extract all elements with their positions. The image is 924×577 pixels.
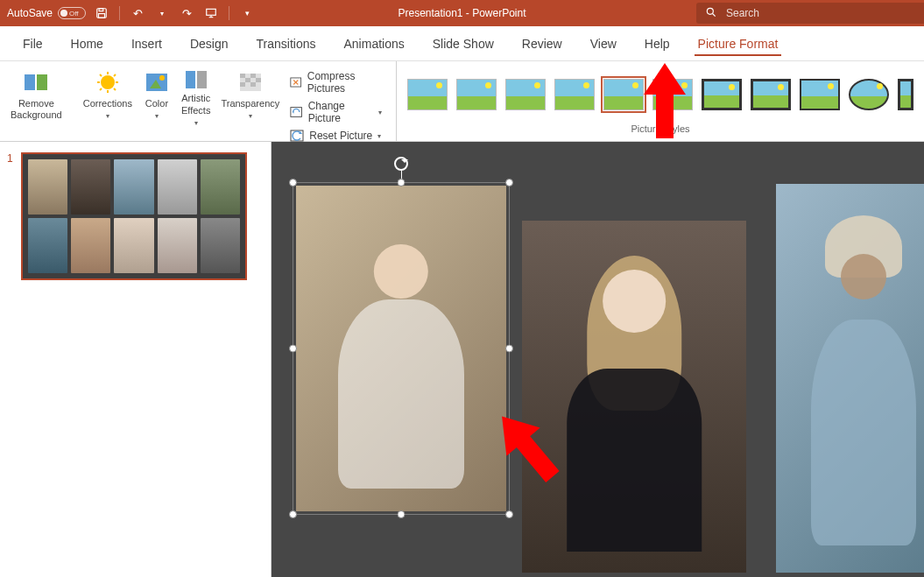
transparency-button[interactable]: Transparency▾ (217, 65, 283, 130)
autosave-toggle[interactable]: AutoSave Off (7, 7, 86, 19)
picture-1-selected[interactable] (296, 186, 506, 511)
color-icon (143, 68, 171, 96)
undo-icon[interactable]: ↶ (129, 4, 146, 22)
svg-rect-8 (25, 74, 35, 90)
svg-rect-25 (240, 74, 245, 78)
svg-point-10 (101, 75, 115, 89)
svg-line-17 (100, 88, 102, 90)
svg-rect-23 (197, 71, 207, 88)
tab-insert[interactable]: Insert (117, 26, 176, 61)
qat-customize-icon[interactable]: ▾ (238, 4, 256, 22)
picture-style-1[interactable] (407, 79, 448, 110)
undo-more-icon[interactable]: ▾ (153, 4, 171, 22)
tab-animations[interactable]: Animations (329, 26, 418, 61)
slide-number: 1 (7, 152, 16, 280)
corrections-button[interactable]: Corrections▾ (80, 65, 136, 130)
svg-rect-1 (99, 9, 103, 11)
remove-background-icon (22, 68, 50, 96)
save-icon[interactable] (93, 4, 110, 22)
picture-3[interactable] (776, 184, 924, 573)
search-box[interactable] (696, 3, 924, 24)
picture-style-3[interactable] (505, 79, 546, 110)
window-title: Presentation1 - PowerPoint (398, 7, 525, 19)
compress-icon (290, 76, 301, 88)
picture-styles-group-label: Picture Styles (407, 122, 913, 136)
slide-1-thumbnail[interactable] (21, 152, 247, 280)
tab-slide-show[interactable]: Slide Show (419, 26, 508, 61)
svg-rect-2 (99, 14, 105, 18)
picture-style-9[interactable] (800, 79, 840, 110)
svg-point-6 (707, 8, 713, 14)
picture-style-10[interactable] (849, 79, 889, 110)
search-icon (705, 6, 717, 21)
tab-file[interactable]: File (9, 26, 57, 61)
picture-style-6[interactable] (652, 79, 693, 110)
ribbon-tabs: File Home Insert Design Transitions Anim… (0, 26, 924, 61)
picture-style-2[interactable] (456, 79, 497, 110)
search-input[interactable] (726, 7, 915, 19)
rotate-handle[interactable] (394, 157, 408, 171)
svg-rect-28 (256, 78, 261, 82)
tab-picture-format[interactable]: Picture Format (684, 26, 793, 61)
title-bar: AutoSave Off ↶ ▾ ↷ ▾ Presentation1 - Pow… (0, 0, 924, 26)
transparency-icon (236, 68, 265, 96)
svg-rect-3 (207, 9, 216, 15)
tab-design[interactable]: Design (176, 26, 243, 61)
svg-rect-26 (250, 74, 256, 78)
svg-point-21 (159, 75, 165, 81)
tab-view[interactable]: View (576, 26, 631, 61)
tab-transitions[interactable]: Transitions (243, 26, 330, 61)
corrections-icon (94, 68, 122, 96)
resize-handle-bm[interactable] (398, 510, 406, 518)
picture-style-4[interactable] (554, 79, 595, 110)
ribbon: Remove Background Corrections▾ Color▾ (0, 61, 924, 142)
artistic-effects-button[interactable]: Artistic Effects▾ (178, 65, 214, 130)
main-area: 1 (0, 142, 924, 577)
tab-help[interactable]: Help (631, 26, 684, 61)
picture-style-8[interactable] (751, 79, 791, 110)
color-button[interactable]: Color▾ (139, 65, 174, 130)
svg-rect-27 (245, 78, 250, 82)
present-icon[interactable] (202, 4, 220, 22)
svg-rect-30 (250, 82, 256, 87)
svg-line-18 (114, 74, 116, 76)
svg-rect-9 (37, 74, 47, 90)
compress-pictures-button[interactable]: Compress Pictures (286, 68, 385, 96)
svg-line-16 (114, 88, 116, 90)
picture-styles-gallery[interactable] (407, 67, 913, 122)
resize-handle-tr[interactable] (505, 179, 513, 186)
autosave-label: AutoSave (7, 7, 53, 19)
change-picture-icon (290, 106, 302, 118)
resize-handle-mr[interactable] (505, 345, 513, 353)
tab-home[interactable]: Home (57, 26, 117, 61)
picture-style-7[interactable] (702, 79, 742, 110)
resize-handle-bl[interactable] (289, 510, 297, 518)
change-picture-button[interactable]: Change Picture ▾ (286, 98, 385, 126)
svg-rect-29 (240, 82, 245, 87)
picture-style-more[interactable] (898, 79, 913, 110)
picture-style-5[interactable] (603, 79, 644, 110)
svg-line-15 (100, 74, 102, 76)
reset-picture-icon (290, 130, 304, 142)
artistic-effects-icon (182, 68, 210, 91)
tab-review[interactable]: Review (508, 26, 576, 61)
picture-2[interactable] (522, 221, 746, 573)
remove-background-button[interactable]: Remove Background (7, 65, 66, 130)
slide-canvas[interactable] (272, 142, 924, 577)
resize-handle-br[interactable] (505, 510, 513, 518)
svg-line-7 (713, 13, 716, 16)
svg-rect-22 (186, 71, 195, 88)
redo-icon[interactable]: ↷ (178, 4, 195, 22)
slide-thumbnail-panel[interactable]: 1 (0, 142, 272, 577)
